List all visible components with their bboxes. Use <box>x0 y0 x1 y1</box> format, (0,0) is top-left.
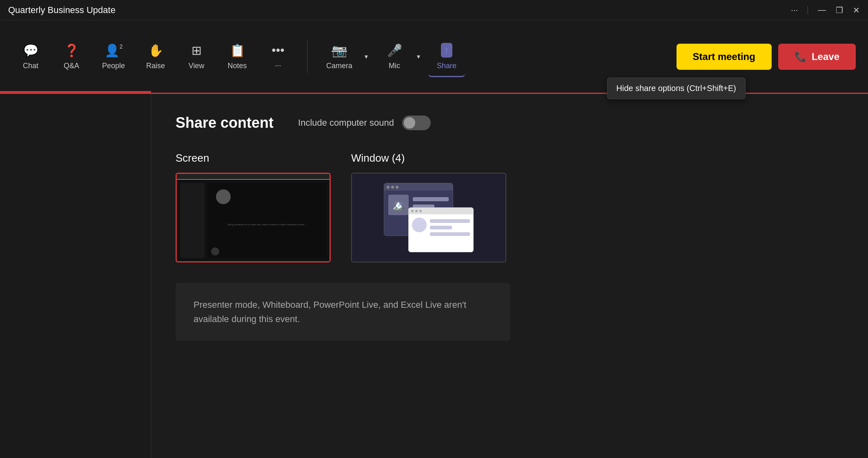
progress-bar <box>0 91 151 93</box>
win-front-body <box>409 214 473 239</box>
more-button[interactable]: ••• ··· <box>260 38 296 76</box>
info-text: Presenter mode, Whiteboard, PowerPoint L… <box>194 300 466 324</box>
share-icon: ↑ <box>441 43 452 58</box>
window-controls: ··· — ❐ ✕ <box>791 5 860 15</box>
minimize-button[interactable]: — <box>818 5 826 15</box>
screen-mini-main: Bring someone on a video call, share con… <box>208 183 326 258</box>
people-count: 2 <box>120 43 123 50</box>
people-icon: 👤2 <box>105 43 123 58</box>
win-dot-1 <box>387 186 389 189</box>
toolbar-left: 💬 Chat ❓ Q&A 👤2 People ✋ Raise ⊞ View 📋 … <box>12 37 677 76</box>
people-button[interactable]: 👤2 People <box>94 38 133 76</box>
qa-icon: ❓ <box>64 43 79 58</box>
chat-label: Chat <box>23 62 38 70</box>
share-label: Share <box>437 62 456 70</box>
leave-button[interactable]: 📞 Leave <box>778 44 856 70</box>
main-content: Share content Include computer sound Scr… <box>0 94 868 458</box>
screen-preview[interactable]: Bring someone on a video call, share con… <box>176 173 331 262</box>
win-front-line-3 <box>430 232 470 236</box>
view-icon: ⊞ <box>191 43 202 58</box>
person-icon: 🏔️ <box>392 199 405 211</box>
qa-button[interactable]: ❓ Q&A <box>53 38 90 76</box>
close-button[interactable]: ✕ <box>853 5 860 15</box>
info-box: Presenter mode, Whiteboard, PowerPoint L… <box>176 283 510 341</box>
start-meeting-button[interactable]: Start meeting <box>677 44 772 70</box>
camera-arrow-button[interactable]: ▾ <box>361 47 372 66</box>
camera-off-icon: 📷 <box>332 43 347 58</box>
phone-icon: 📞 <box>795 51 807 62</box>
screen-mini-bottom <box>211 247 219 256</box>
notes-label: Notes <box>228 62 247 70</box>
win-front-lines <box>430 218 470 236</box>
sidebar-left <box>0 94 151 458</box>
chat-icon: 💬 <box>23 43 38 58</box>
sound-label: Include computer sound <box>298 118 394 128</box>
screen-mini-toolbar <box>177 174 329 180</box>
notes-button[interactable]: 📋 Notes <box>219 38 256 76</box>
hide-share-tooltip: Hide share options (Ctrl+Shift+E) <box>607 78 746 99</box>
raise-button[interactable]: ✋ Raise <box>137 38 174 76</box>
toolbar-right: Start meeting 📞 Leave <box>677 44 856 70</box>
share-options: Screen Bring someone on a video call, sh… <box>176 152 844 262</box>
qa-label: Q&A <box>64 62 79 70</box>
screen-label: Screen <box>176 152 331 165</box>
camera-button[interactable]: 📷 Camera <box>318 38 361 76</box>
share-content-title: Share content <box>176 114 274 131</box>
share-header: Share content Include computer sound <box>176 114 844 131</box>
win-dot-3 <box>396 186 398 189</box>
mic-button[interactable]: 🎤 Mic <box>376 38 413 76</box>
view-label: View <box>189 62 205 70</box>
mic-group: 🎤 Mic ▾ <box>376 38 424 76</box>
raise-label: Raise <box>146 62 165 70</box>
win-front-line-2 <box>430 226 452 229</box>
maximize-button[interactable]: ❐ <box>836 5 843 15</box>
camera-label: Camera <box>326 62 352 70</box>
window-illustration: 🏔️ <box>384 183 474 252</box>
win-back-image: 🏔️ <box>388 195 409 215</box>
chevron-down-icon: ▾ <box>365 53 368 60</box>
people-label: People <box>102 62 125 70</box>
mic-arrow-button[interactable]: ▾ <box>413 47 424 66</box>
toolbar-divider <box>307 40 307 73</box>
more-icon: ••• <box>272 43 285 57</box>
screen-mini-text: Bring someone on a video call, share con… <box>225 223 309 226</box>
include-sound-toggle[interactable] <box>402 116 431 130</box>
sound-toggle-group: Include computer sound <box>298 116 431 130</box>
window-title: Quarterly Business Update <box>8 5 116 16</box>
win-back-title <box>384 183 453 191</box>
win-dot-2 <box>391 186 394 189</box>
win-front-dot-1 <box>411 210 414 212</box>
view-button[interactable]: ⊞ View <box>178 38 215 76</box>
share-button[interactable]: ↑ Share <box>428 37 465 77</box>
win-front-dot-2 <box>415 210 418 212</box>
more-label: ··· <box>275 61 281 70</box>
title-bar: Quarterly Business Update ··· — ❐ ✕ <box>0 0 868 20</box>
win-front-title <box>409 208 473 214</box>
win-front <box>408 207 474 252</box>
notes-icon: 📋 <box>230 43 245 58</box>
more-options-icon[interactable]: ··· <box>791 5 798 15</box>
chat-button[interactable]: 💬 Chat <box>12 38 49 76</box>
win-front-line-1 <box>430 219 470 223</box>
mic-off-icon: 🎤 <box>387 43 402 58</box>
divider <box>808 6 808 14</box>
raise-icon: ✋ <box>148 43 163 58</box>
screen-option: Screen Bring someone on a video call, sh… <box>176 152 331 262</box>
leave-label: Leave <box>812 51 839 62</box>
window-preview[interactable]: 🏔️ <box>351 173 506 262</box>
win-line-1 <box>413 197 449 201</box>
camera-group: 📷 Camera ▾ <box>318 38 372 76</box>
win-front-dot-3 <box>419 210 422 212</box>
win-front-image <box>412 218 427 232</box>
share-panel: Share content Include computer sound Scr… <box>151 94 868 458</box>
screen-preview-inner: Bring someone on a video call, share con… <box>177 174 329 261</box>
screen-mini-content: Bring someone on a video call, share con… <box>177 180 329 261</box>
mic-label: Mic <box>389 62 400 70</box>
chevron-down-icon: ▾ <box>417 53 420 60</box>
screen-mini-avatar <box>216 189 231 204</box>
window-option: Window (4) 🏔️ <box>351 152 506 262</box>
window-label: Window (4) <box>351 152 506 165</box>
screen-mini-sidebar <box>180 183 205 258</box>
